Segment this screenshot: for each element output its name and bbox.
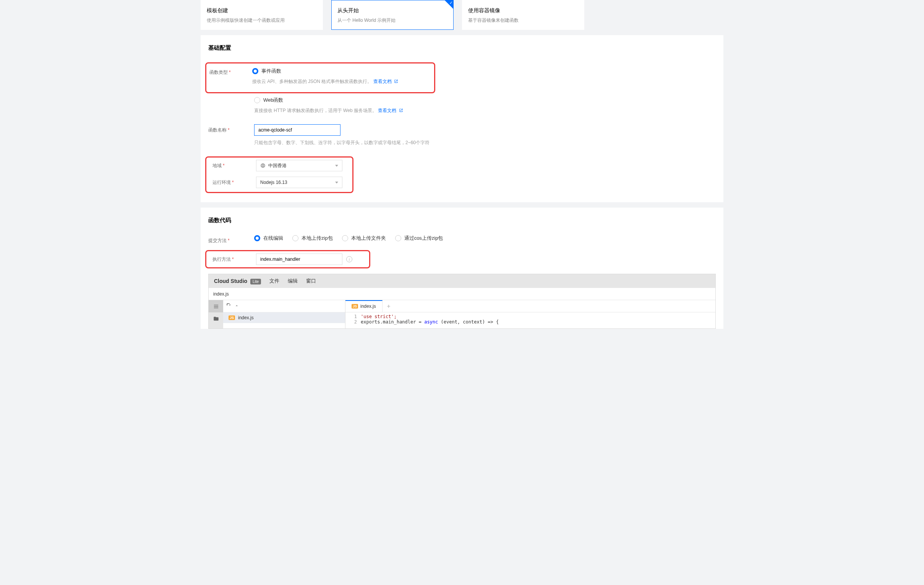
radio-upload-zip[interactable]: 本地上传zip包 — [292, 235, 333, 242]
globe-icon — [260, 163, 266, 168]
code-editor: Cloud Studio Lite 文件 编辑 窗口 index.js — [208, 274, 716, 329]
radio-online-edit[interactable]: 在线编辑 — [254, 235, 283, 242]
code-text[interactable]: 1'use strict'; 2exports.main_handler = a… — [345, 312, 715, 325]
card-container-image[interactable]: 使用容器镜像 基于容器镜像来创建函数 — [462, 0, 584, 30]
card-title: 使用容器镜像 — [468, 7, 578, 14]
radio-upload-folder[interactable]: 本地上传文件夹 — [342, 235, 386, 242]
label-func-type: 函数类型* — [206, 66, 252, 76]
radio-icon — [292, 235, 299, 241]
info-icon[interactable]: i — [346, 256, 352, 262]
label-func-name: 函数名称* — [208, 124, 254, 134]
js-file-icon: JS — [351, 304, 358, 309]
card-title: 模板创建 — [207, 7, 317, 14]
card-sub: 使用示例模版快速创建一个函数或应用 — [207, 17, 317, 24]
lite-badge: Lite — [250, 279, 261, 284]
doc-link-web[interactable]: 查看文档 — [378, 108, 403, 113]
label-runtime: 运行环境* — [210, 177, 256, 186]
section-title-code: 函数代码 — [208, 217, 716, 224]
radio-icon — [254, 97, 260, 103]
chevron-down-icon — [335, 165, 338, 167]
tree-file-indexjs[interactable]: JS index.js — [223, 312, 345, 323]
external-link-icon — [394, 78, 398, 82]
helper-web: 直接接收 HTTP 请求触发函数执行，适用于 Web 服务场景。 查看文档 — [254, 107, 716, 114]
region-select[interactable]: 中国香港 — [256, 160, 342, 171]
exec-method-input[interactable] — [256, 253, 342, 265]
radio-icon — [254, 235, 260, 241]
radio-icon — [342, 235, 348, 241]
helper-event: 接收云 API、多种触发器的 JSON 格式事件触发函数执行。 查看文档 — [252, 78, 430, 85]
section-title-basic: 基础配置 — [208, 45, 716, 51]
menu-file[interactable]: 文件 — [269, 278, 279, 284]
card-title: 从头开始 — [337, 7, 447, 14]
external-link-icon — [399, 107, 403, 111]
card-template[interactable]: 模板创建 使用示例模版快速创建一个函数或应用 — [201, 0, 323, 30]
menu-edit[interactable]: 编辑 — [288, 278, 298, 284]
card-sub: 从一个 Hello World 示例开始 — [337, 17, 447, 24]
function-code-panel: 函数代码 提交方法* 在线编辑 本地上传zip包 本 — [201, 208, 723, 329]
card-from-scratch[interactable]: ✓ 从头开始 从一个 Hello World 示例开始 — [331, 0, 454, 30]
radio-cos-zip[interactable]: 通过cos上传zip包 — [395, 235, 443, 242]
check-icon: ✓ — [449, 0, 453, 5]
collapse-icon[interactable] — [234, 303, 239, 309]
editor-activity-bar — [209, 300, 223, 329]
creation-mode-cards: 模板创建 使用示例模版快速创建一个函数或应用 ✓ 从头开始 从一个 Hello … — [201, 0, 723, 35]
editor-toolbar: Cloud Studio Lite 文件 编辑 窗口 — [209, 274, 715, 288]
code-tab-indexjs[interactable]: JS index.js — [345, 300, 383, 312]
doc-link-event[interactable]: 查看文档 — [373, 79, 398, 84]
radio-event-function[interactable]: 事件函数 — [252, 68, 430, 74]
editor-brand: Cloud Studio Lite — [214, 278, 261, 284]
label-exec-method: 执行方法* — [210, 253, 256, 263]
basic-config-panel: 基础配置 函数类型* 事件函数 接收云 API、多种触发器的 JSON 格式事件… — [201, 35, 723, 202]
runtime-select[interactable]: Nodejs 16.13 — [256, 177, 342, 188]
js-file-icon: JS — [229, 316, 235, 320]
editor-open-file: index.js — [209, 288, 715, 300]
label-region: 地域* — [210, 160, 256, 169]
menu-window[interactable]: 窗口 — [306, 278, 316, 284]
func-name-input[interactable] — [254, 124, 340, 136]
new-tab-button[interactable] — [383, 304, 395, 309]
refresh-icon[interactable] — [226, 303, 231, 309]
helper-func-name: 只能包含字母、数字、下划线、连字符，以字母开头，以数字或字母结尾，2~60个字符 — [254, 139, 716, 146]
chevron-down-icon — [335, 182, 338, 183]
card-sub: 基于容器镜像来创建函数 — [468, 17, 578, 24]
file-tree: JS index.js — [223, 300, 345, 329]
radio-web-function[interactable]: Web函数 — [254, 97, 716, 104]
radio-icon — [252, 68, 258, 74]
label-submit-method: 提交方法* — [208, 235, 254, 244]
explorer-icon[interactable] — [209, 300, 223, 312]
folder-icon[interactable] — [209, 312, 223, 325]
radio-icon — [395, 235, 401, 241]
